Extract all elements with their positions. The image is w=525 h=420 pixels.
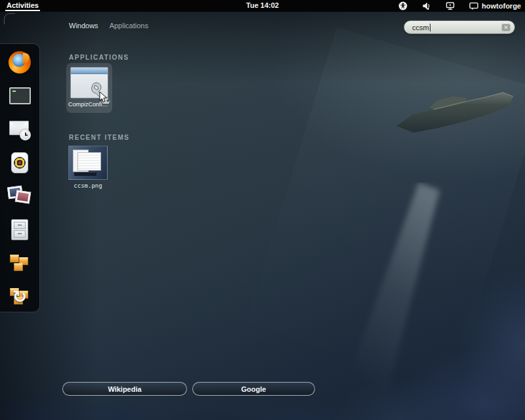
- drawer: [14, 230, 26, 238]
- dash-item-terminal[interactable]: [8, 84, 32, 108]
- status-area: howtoforge: [398, 0, 521, 12]
- dash-item-file-manager[interactable]: [8, 218, 32, 242]
- search-result-ccsm-png[interactable]: ccsm.png: [68, 146, 108, 189]
- drawer: [14, 222, 26, 229]
- dash-item-firefox[interactable]: [8, 51, 32, 74]
- user-menu[interactable]: howtoforge: [469, 1, 521, 10]
- gnome-shell-screen: Activities Tue 14:02: [0, 0, 525, 420]
- display-icon[interactable]: [446, 1, 455, 10]
- mouse-cursor: [98, 91, 109, 103]
- dash-item-software-update[interactable]: ↻: [8, 285, 32, 308]
- dash-item-evolution[interactable]: [8, 117, 32, 141]
- panel-corner: [4, 13, 15, 24]
- applications-section-header: APPLICATIONS: [69, 54, 129, 61]
- refresh-arrow-icon: ↻: [9, 287, 30, 308]
- photo-print: [15, 190, 32, 203]
- top-bar: Activities Tue 14:02: [0, 0, 525, 12]
- volume-icon[interactable]: [422, 1, 431, 10]
- search-input[interactable]: ccsm: [412, 24, 501, 32]
- clear-search-icon[interactable]: ✕: [501, 24, 511, 32]
- recent-section-header: RECENT ITEMS: [69, 134, 129, 141]
- recent-item-label: ccsm.png: [68, 182, 108, 189]
- dash: ↻: [0, 43, 40, 312]
- dash-item-media-player[interactable]: [8, 151, 32, 175]
- search-result-compizconfig[interactable]: CompizConfig Settings…: [66, 63, 112, 113]
- tab-windows[interactable]: Windows: [69, 22, 98, 30]
- photos-icon: [8, 185, 32, 207]
- text-caret: [430, 24, 430, 32]
- thumb-taskbar: [74, 173, 96, 176]
- search-provider-google[interactable]: Google: [192, 382, 315, 396]
- tab-applications[interactable]: Applications: [110, 22, 148, 30]
- username-label: howtoforge: [482, 2, 521, 10]
- search-box[interactable]: ccsm ✕: [404, 20, 515, 34]
- screenshot-thumbnail: [68, 146, 108, 180]
- accessibility-icon[interactable]: [398, 1, 408, 10]
- firefox-icon: [9, 51, 31, 74]
- shipwreck-image: [392, 80, 525, 152]
- packages-icon: [8, 252, 32, 274]
- dash-item-photos[interactable]: [8, 184, 32, 208]
- thumb-window: [77, 152, 101, 171]
- terminal-icon: [9, 87, 31, 104]
- clock-badge-icon: [20, 129, 31, 140]
- evolution-mail-icon: [9, 118, 31, 140]
- dash-item-packages[interactable]: [8, 251, 32, 275]
- media-player-icon: [11, 152, 28, 173]
- activities-overview: Windows Applications ccsm ✕: [0, 12, 525, 420]
- file-cabinet-icon: [11, 219, 28, 240]
- software-update-icon: ↻: [8, 285, 32, 308]
- search-provider-wikipedia[interactable]: Wikipedia: [62, 382, 187, 396]
- chat-icon: [469, 1, 478, 10]
- overview-tabs: Windows Applications: [69, 22, 148, 30]
- search-value: ccsm: [412, 24, 429, 32]
